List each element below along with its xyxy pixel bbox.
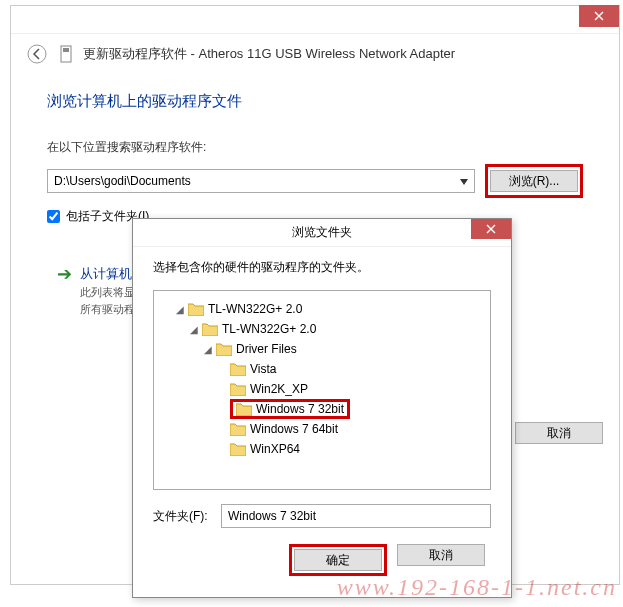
link-desc-1: 此列表将显	[80, 285, 135, 300]
window-title: 更新驱动程序软件 - Atheros 11G USB Wireless Netw…	[83, 45, 455, 63]
folder-icon	[230, 422, 246, 436]
device-icon	[59, 45, 73, 63]
main-window-buttons: 取消	[515, 422, 603, 444]
path-row: D:\Users\godi\Documents 浏览(R)...	[47, 164, 583, 198]
path-dropdown[interactable]: D:\Users\godi\Documents	[47, 169, 475, 193]
title-prefix: 更新驱动程序软件 -	[83, 46, 199, 61]
folder-icon	[216, 342, 232, 356]
tree-label: WinXP64	[250, 442, 300, 456]
dialog-title-text: 浏览文件夹	[292, 224, 352, 241]
folder-icon	[236, 402, 252, 416]
ok-button[interactable]: 确定	[294, 549, 382, 571]
tree-node-l2[interactable]: ◢ TL-WN322G+ 2.0	[162, 319, 482, 339]
tree-label: Win2K_XP	[250, 382, 308, 396]
browse-highlight: 浏览(R)...	[485, 164, 583, 198]
svg-rect-2	[63, 48, 69, 52]
tree-node-win7-64[interactable]: Windows 7 64bit	[162, 419, 482, 439]
dialog-cancel-button[interactable]: 取消	[397, 544, 485, 566]
expand-arrow-icon[interactable]: ◢	[190, 324, 202, 335]
ok-highlight: 确定	[289, 544, 387, 576]
folder-icon	[230, 362, 246, 376]
back-button[interactable]	[25, 42, 49, 66]
expand-arrow-icon[interactable]: ◢	[176, 304, 188, 315]
folder-icon	[188, 302, 204, 316]
folder-name-input[interactable]	[221, 504, 491, 528]
tree-node-win2k[interactable]: Win2K_XP	[162, 379, 482, 399]
folder-tree[interactable]: ◢ TL-WN322G+ 2.0 ◢ TL-WN322G+ 2.0 ◢ Driv…	[153, 290, 491, 490]
include-subfolders-checkbox[interactable]	[47, 210, 60, 223]
tree-label: Windows 7 64bit	[250, 422, 338, 436]
tree-node-root[interactable]: ◢ TL-WN322G+ 2.0	[162, 299, 482, 319]
dialog-message: 选择包含你的硬件的驱动程序的文件夹。	[153, 259, 491, 276]
svg-point-0	[28, 45, 46, 63]
tree-label: Vista	[250, 362, 276, 376]
page-heading: 浏览计算机上的驱动程序文件	[47, 92, 583, 111]
dialog-close-button[interactable]	[471, 219, 511, 239]
search-location-label: 在以下位置搜索驱动程序软件:	[47, 139, 583, 156]
folder-icon	[202, 322, 218, 336]
folder-field-label: 文件夹(F):	[153, 508, 213, 525]
folder-icon	[230, 382, 246, 396]
tree-label: Windows 7 32bit	[256, 402, 344, 416]
browse-folder-dialog: 浏览文件夹 选择包含你的硬件的驱动程序的文件夹。 ◢ TL-WN322G+ 2.…	[132, 218, 512, 598]
tree-label: TL-WN322G+ 2.0	[208, 302, 302, 316]
link-title: 从计算机	[80, 265, 135, 283]
path-value: D:\Users\godi\Documents	[54, 174, 191, 188]
expand-arrow-icon[interactable]: ◢	[204, 344, 216, 355]
selected-highlight: Windows 7 32bit	[230, 399, 350, 419]
folder-input-row: 文件夹(F):	[153, 504, 491, 528]
device-name: Atheros 11G USB Wireless Network Adapter	[199, 46, 456, 61]
window-header: 更新驱动程序软件 - Atheros 11G USB Wireless Netw…	[11, 34, 619, 74]
tree-node-l3[interactable]: ◢ Driver Files	[162, 339, 482, 359]
tree-label: TL-WN322G+ 2.0	[222, 322, 316, 336]
dropdown-arrow-icon	[460, 174, 468, 188]
cancel-button-main[interactable]: 取消	[515, 422, 603, 444]
dialog-buttons: 确定 取消	[153, 544, 491, 576]
window-close-button[interactable]	[579, 5, 619, 27]
browse-button[interactable]: 浏览(R)...	[490, 170, 578, 192]
tree-label: Driver Files	[236, 342, 297, 356]
arrow-right-icon: ➔	[57, 265, 72, 283]
tree-node-win7-32[interactable]: Windows 7 32bit	[162, 399, 482, 419]
dialog-titlebar: 浏览文件夹	[133, 219, 511, 247]
tree-node-vista[interactable]: Vista	[162, 359, 482, 379]
dialog-body: 选择包含你的硬件的驱动程序的文件夹。 ◢ TL-WN322G+ 2.0 ◢ TL…	[133, 247, 511, 588]
link-desc-2: 所有驱动程	[80, 302, 135, 317]
window-titlebar	[11, 6, 619, 34]
tree-node-winxp64[interactable]: WinXP64	[162, 439, 482, 459]
folder-icon	[230, 442, 246, 456]
